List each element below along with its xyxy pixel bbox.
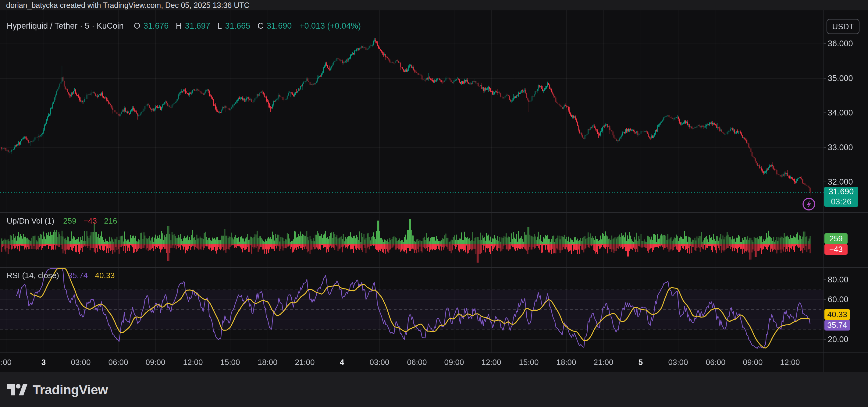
rsi-ma-value: 40.33 <box>95 271 115 280</box>
low-value: 31.665 <box>225 21 250 30</box>
time-tick-label: 12:00 <box>481 358 501 367</box>
time-tick-label: 03:00 <box>668 358 688 367</box>
time-tick-label: 09:00 <box>145 358 165 367</box>
last-price-value: 31.690 <box>824 187 858 197</box>
time-tick-label: 18:00 <box>556 358 576 367</box>
rsi-tick-label: 80.00 <box>828 275 848 285</box>
time-tick-label: 21:00 <box>295 358 314 367</box>
chart-canvas[interactable] <box>0 0 868 407</box>
price-tick-label: 33.000 <box>828 143 853 152</box>
low-label: L <box>217 21 222 30</box>
time-tick-label: 09:00 <box>743 358 763 367</box>
rsi-legend: RSI (14, close) 35.74 40.33 <box>7 271 115 280</box>
rsi-ma-badge: 40.33 <box>825 309 850 320</box>
time-tick-label: 06:00 <box>108 358 128 367</box>
lightning-icon <box>802 197 816 212</box>
change-value: +0.013 (+0.04%) <box>300 21 361 30</box>
close-label: C <box>257 21 264 30</box>
high-value: 31.697 <box>185 21 210 30</box>
time-tick-label: 18:00 <box>257 358 277 367</box>
rsi-indicator-title[interactable]: RSI (14, close) <box>7 271 59 280</box>
time-tick-label: 03:00 <box>369 358 389 367</box>
time-tick-label: 3 <box>41 358 46 367</box>
volume-indicator-title[interactable]: Up/Dn Vol (1) <box>7 216 54 225</box>
attribution-bar: dorian_batycka created with TradingView.… <box>0 0 868 10</box>
time-tick-label: 06:00 <box>706 358 725 367</box>
attribution-text: dorian_batycka created with TradingView.… <box>6 1 250 9</box>
price-tick-label: 32.000 <box>828 177 853 187</box>
price-tick-label: 36.000 <box>828 39 853 49</box>
time-tick-label: :00 <box>1 358 11 367</box>
time-tick-label: 21:00 <box>593 358 613 367</box>
footer-bar: TradingView <box>0 372 868 407</box>
volume-down-value: −43 <box>84 216 97 225</box>
time-tick-label: 5 <box>639 358 643 367</box>
rsi-tick-label: 20.00 <box>828 335 848 344</box>
last-price-badge: 31.690 03:26 <box>824 187 858 207</box>
close-value: 31.690 <box>267 21 292 30</box>
symbol-legend: Hyperliquid / Tether · 5 · KuCoin O 31.6… <box>7 21 366 31</box>
currency-toggle-button[interactable]: USDT <box>827 19 860 34</box>
tradingview-wordmark: TradingView <box>33 382 108 397</box>
time-tick-label: 12:00 <box>780 358 800 367</box>
tradingview-logo-link[interactable]: TradingView <box>7 382 108 397</box>
time-tick-label: 03:00 <box>71 358 91 367</box>
rsi-badge: 35.74 <box>825 320 850 331</box>
price-tick-label: 34.000 <box>828 108 853 118</box>
tradingview-snapshot: dorian_batycka created with TradingView.… <box>0 0 868 407</box>
high-label: H <box>176 21 182 30</box>
time-tick-label: 06:00 <box>407 358 427 367</box>
volume-up-value: 259 <box>63 216 76 225</box>
volume-legend: Up/Dn Vol (1) 259 −43 216 <box>7 216 122 226</box>
tradingview-logo-icon <box>7 383 28 396</box>
volume-up-badge: 259 <box>825 233 847 244</box>
open-value: 31.676 <box>144 21 169 30</box>
volume-net-value: 216 <box>104 216 117 225</box>
time-tick-label: 09:00 <box>444 358 464 367</box>
rsi-tick-label: 60.00 <box>828 294 848 304</box>
symbol-title[interactable]: Hyperliquid / Tether · 5 · KuCoin <box>7 21 124 30</box>
time-tick-label: 4 <box>340 358 344 367</box>
volume-down-badge: −43 <box>825 244 847 255</box>
open-label: O <box>134 21 140 30</box>
price-tick-label: 35.000 <box>828 73 853 83</box>
rsi-value: 35.74 <box>68 271 88 280</box>
lightning-trade-button[interactable] <box>802 197 816 212</box>
time-tick-label: 15:00 <box>519 358 538 367</box>
time-tick-label: 15:00 <box>220 358 240 367</box>
bar-countdown: 03:26 <box>824 197 858 207</box>
time-tick-label: 12:00 <box>183 358 203 367</box>
